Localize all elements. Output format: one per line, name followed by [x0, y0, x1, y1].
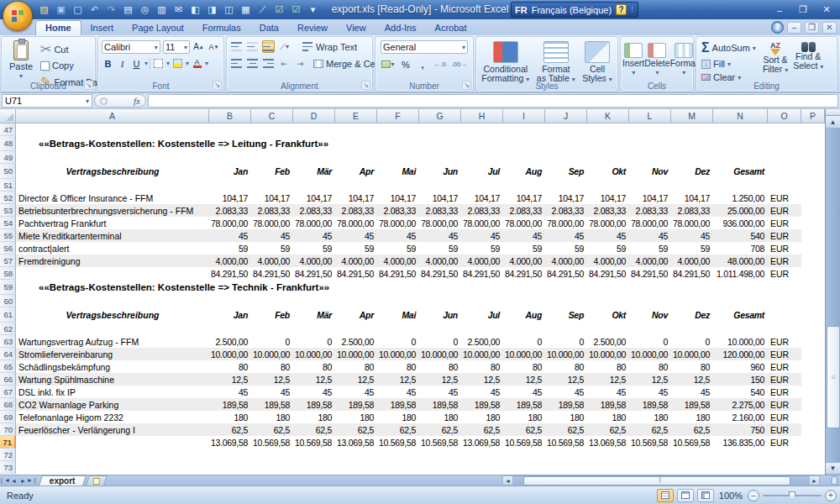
cell-value[interactable]: 84.291,50 [671, 267, 713, 280]
cell-value[interactable]: 12,5 [545, 373, 587, 386]
cell-empty[interactable] [801, 398, 825, 411]
cell-value[interactable]: 45 [461, 386, 503, 398]
cell-value[interactable]: 104,17 [503, 192, 545, 204]
zoom-slider[interactable] [763, 490, 822, 501]
cell-value[interactable]: 10.000,00 [629, 348, 671, 360]
fx-icon[interactable]: fx [134, 96, 140, 106]
cell-value[interactable]: 189,58 [629, 398, 671, 411]
qat-form-checkbox-2-icon[interactable]: ☑ [289, 3, 303, 16]
insert-cells-button[interactable]: Insert▾ [622, 40, 644, 77]
row-header-56[interactable]: 56 [0, 242, 16, 255]
cell-value[interactable]: 104,17 [545, 192, 587, 204]
row-header-54[interactable]: 54 [0, 217, 16, 229]
cell-value[interactable]: 80 [503, 360, 545, 373]
alignment-dialog-launcher-icon[interactable]: ↘ [361, 81, 370, 90]
cell-gesamt[interactable]: 25.000,00 [713, 204, 768, 217]
office-button[interactable] [3, 1, 33, 31]
row-header-52[interactable]: 52 [0, 192, 16, 204]
qat-open-file-icon[interactable]: ▨ [37, 3, 51, 16]
cell-value[interactable]: 62,5 [419, 423, 461, 436]
row-header-66[interactable]: 66 [0, 373, 16, 386]
increase-indent-button[interactable]: ⇥ [294, 57, 307, 70]
qat-qat-more-icon[interactable]: ▾ [306, 3, 320, 16]
cell-value[interactable]: 180 [503, 411, 545, 423]
cell-value[interactable]: 180 [629, 411, 671, 423]
row-header-63[interactable]: 63 [0, 335, 16, 348]
cell-value[interactable]: 78.000,00 [335, 217, 377, 229]
cell-month-header[interactable]: Mär [293, 307, 335, 323]
cell-label[interactable]: Telefonanlage Higom 2232 [16, 411, 209, 423]
column-header-G[interactable]: G [419, 109, 461, 123]
cell-gesamt[interactable]: 750 [713, 423, 768, 436]
cell-value[interactable]: 45 [587, 386, 629, 398]
cell-value[interactable]: 84.291,50 [419, 267, 461, 280]
increase-decimal-button[interactable]: ←.0 [433, 58, 446, 71]
cell-value[interactable]: 62,5 [293, 423, 335, 436]
cell-value[interactable]: 0 [293, 335, 335, 348]
cell-value[interactable]: 180 [209, 411, 251, 423]
cell-month-header[interactable]: Okt [587, 307, 629, 323]
cell-value[interactable]: 0 [251, 335, 293, 348]
qat-print-icon[interactable]: ▤ [121, 3, 135, 16]
cell-month-header[interactable]: Apr [335, 307, 377, 323]
cell-empty[interactable] [801, 164, 825, 179]
zoom-slider-thumb[interactable] [789, 491, 795, 500]
cell-empty[interactable] [801, 373, 825, 386]
column-header-F[interactable]: F [377, 109, 419, 123]
cell-month-header[interactable]: Okt [587, 164, 629, 179]
cell-value[interactable]: 78.000,00 [545, 217, 587, 229]
cell-value[interactable]: 2.083,33 [461, 204, 503, 217]
cell-currency[interactable]: EUR [768, 423, 801, 436]
cell-value[interactable]: 4.000,00 [419, 255, 461, 267]
cell-value[interactable]: 2.500,00 [587, 335, 629, 348]
cell-value[interactable]: 45 [671, 386, 713, 398]
zoom-level[interactable]: 100% [719, 491, 743, 501]
cell-value[interactable]: 180 [251, 411, 293, 423]
wrap-text-button[interactable]: Wrap Text [301, 41, 359, 53]
qat-mail-icon[interactable]: ✉ [171, 3, 186, 16]
cell-value[interactable]: 104,17 [293, 192, 335, 204]
horizontal-scrollbar[interactable]: ◄ ► [502, 475, 822, 486]
grow-font-button[interactable]: A▲ [192, 40, 205, 53]
cell-value[interactable]: 10.000,00 [377, 348, 419, 360]
cell-value[interactable]: 10.569,58 [503, 436, 545, 449]
cell-value[interactable]: 80 [587, 360, 629, 373]
cell-value[interactable]: 12,5 [335, 373, 377, 386]
cell-section-title[interactable]: ««Betrags-Kostenstellen: Kostenstelle =>… [16, 280, 825, 295]
tab-split-handle[interactable] [832, 476, 837, 485]
qat-search-icon[interactable]: ◎ [138, 3, 152, 16]
column-header-I[interactable]: I [503, 109, 545, 123]
cell-empty[interactable] [768, 307, 801, 323]
cell-empty-row[interactable] [16, 449, 825, 461]
cell-value[interactable]: 0 [629, 335, 671, 348]
formula-input[interactable] [148, 94, 838, 108]
cell-empty[interactable] [801, 204, 825, 217]
cell-value[interactable]: 80 [293, 360, 335, 373]
column-header-L[interactable]: L [629, 109, 671, 123]
cell-value[interactable]: 84.291,50 [209, 267, 251, 280]
cell-empty[interactable] [801, 436, 825, 449]
borders-button[interactable] [152, 57, 165, 70]
cell-value[interactable]: 45 [629, 229, 671, 242]
cell-value[interactable]: 62,5 [629, 423, 671, 436]
cell-value[interactable]: 0 [671, 335, 713, 348]
cell-currency[interactable]: EUR [768, 436, 801, 449]
cell-value[interactable]: 180 [377, 411, 419, 423]
cell-gesamt[interactable]: 2.275,00 [713, 398, 768, 411]
cell-value[interactable]: 45 [419, 229, 461, 242]
cell-empty-row[interactable] [16, 151, 825, 164]
format-cells-button[interactable]: Format▾ [670, 40, 698, 77]
cell-value[interactable]: 84.291,50 [503, 267, 545, 280]
cell-value[interactable]: 104,17 [251, 192, 293, 204]
cell-value[interactable]: 62,5 [209, 423, 251, 436]
cell-value[interactable]: 2.083,33 [293, 204, 335, 217]
column-header-M[interactable]: M [671, 109, 713, 123]
cell-label[interactable]: DSL inkl. fix IP [16, 386, 209, 398]
cell-empty[interactable] [801, 423, 825, 436]
percent-style-button[interactable]: % [399, 58, 412, 71]
cell-value[interactable]: 12,5 [587, 373, 629, 386]
workbook-minimize-button[interactable]: – [787, 22, 801, 34]
cell-gesamt[interactable]: 1.250,00 [713, 192, 768, 204]
cell-value[interactable]: 12,5 [629, 373, 671, 386]
close-button[interactable]: ✕ [818, 3, 835, 16]
